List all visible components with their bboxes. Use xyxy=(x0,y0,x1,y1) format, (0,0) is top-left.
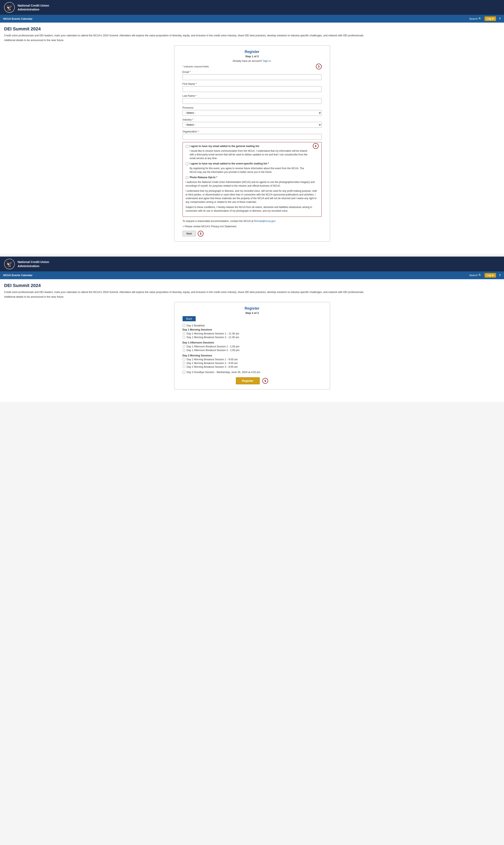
email-group: Email * xyxy=(183,71,322,80)
mailing-label: I agree to have my email added to the ge… xyxy=(190,145,259,148)
page-note: Additional details to be announced in th… xyxy=(4,39,500,42)
day2-morning-radio-3[interactable] xyxy=(183,365,185,368)
day1-afternoon-radio-1[interactable] xyxy=(183,345,185,348)
day1-afternoon-title: Day 1 Afternoon Sessions xyxy=(183,341,322,344)
day2-morning-label-2: Day 2 Morning Breakout Session 2 - 9:00 … xyxy=(187,362,238,365)
day2-breakfast-label: Day 2 Breakfast xyxy=(187,324,205,327)
annotation-4: 4 xyxy=(313,143,319,149)
firstname-label: First Name * xyxy=(183,83,322,85)
event-mailing-checkbox-row: I agree to have my email added to the ev… xyxy=(186,162,311,165)
industry-label: Industry * xyxy=(183,118,322,121)
industry-select[interactable]: - Select - xyxy=(183,122,322,128)
day1-morning-label-1: Day 1 Morning Breakout Session 1 - 11:30… xyxy=(187,332,239,335)
photo-checkbox-row: Photo Release Opt-In * xyxy=(186,176,311,179)
checkbox-section: I agree to have my email added to the ge… xyxy=(183,142,322,217)
firstname-input[interactable] xyxy=(183,86,322,92)
register-card-step2: Register Step 2 of 2 Back Day 2 Breakfas… xyxy=(174,302,330,390)
app-name-2: NCUA Events Calendar xyxy=(3,274,33,277)
lastname-group: Last Name * xyxy=(183,94,322,104)
page-title-2: DEI Summit 2024 xyxy=(4,283,500,288)
day2-morning-label-1: Day 2 Morning Breakout Session 1 - 9:00 … xyxy=(187,358,238,361)
day2-breakfast-checkbox[interactable] xyxy=(183,324,185,327)
next-button[interactable]: Next xyxy=(183,231,196,236)
day2-morning-radio-1[interactable] xyxy=(183,358,185,361)
day1-morning-session-1: Day 1 Morning Breakout Session 1 - 11:30… xyxy=(183,332,322,335)
accommodation-email[interactable]: RAmail@ncua.gov xyxy=(254,220,275,223)
photo-desc3: Subject to these conditions, I hereby re… xyxy=(186,205,319,213)
day1-afternoon-radio-2[interactable] xyxy=(183,349,185,351)
day1-morning-group: Day 1 Morning Sessions Day 1 Morning Bre… xyxy=(183,328,322,339)
email-input[interactable] xyxy=(183,74,322,80)
org-label: Organization * xyxy=(183,130,322,133)
back-button[interactable]: Back xyxy=(183,316,196,321)
day1-morning-radio-2[interactable] xyxy=(183,336,185,339)
nav-right-2: Search 🔍 Log In ? xyxy=(469,273,501,278)
photo-checkbox[interactable] xyxy=(186,176,188,179)
search-nav-2[interactable]: Search 🔍 xyxy=(469,274,482,277)
day2-morning-session-1: Day 2 Morning Breakout Session 1 - 9:00 … xyxy=(183,358,322,361)
day1-morning-radio-1[interactable] xyxy=(183,332,185,335)
pronouns-select[interactable]: - Select - xyxy=(183,110,322,116)
day2-morning-title: Day 2 Morning Sessions xyxy=(183,354,322,357)
industry-group: Industry * - Select - xyxy=(183,118,322,128)
nav-bar-2: NCUA Events Calendar Search 🔍 Log In ? xyxy=(0,271,504,279)
photo-label: Photo Release Opt-In * xyxy=(190,176,217,179)
eagle-icon-2: 🦅 xyxy=(6,260,13,267)
email-label: Email * xyxy=(183,71,322,73)
register-title-2: Register xyxy=(183,306,322,311)
day1-afternoon-session-2: Day 1 Afternoon Breakout Session 2 - 1:0… xyxy=(183,349,322,352)
help-button-2[interactable]: ? xyxy=(499,274,501,277)
annotation-5: 5 xyxy=(198,231,203,237)
event-mailing-checkbox[interactable] xyxy=(186,162,188,165)
photo-desc1: I authorize the National Credit Union Ad… xyxy=(186,180,319,188)
day2-breakfast-row: Day 2 Breakfast xyxy=(183,324,322,327)
search-icon: 🔍 xyxy=(479,17,482,20)
event-mailing-desc: By registering for this event, you agree… xyxy=(186,167,311,174)
register-button[interactable]: Register xyxy=(236,377,260,384)
search-label-2: Search xyxy=(469,274,478,277)
nav-right: Search 🔍 Log In ? xyxy=(469,16,501,21)
pronouns-label: Pronouns xyxy=(183,106,322,109)
privacy-expand[interactable]: + Please review NCUA's Privacy Act State… xyxy=(183,225,322,228)
annotation-3: 3 xyxy=(316,64,322,69)
site-header: 🦅 National Credit Union Administration xyxy=(0,0,504,15)
org-input[interactable] xyxy=(183,134,322,140)
annotation-6: 6 xyxy=(263,378,268,384)
day1-afternoon-group: Day 1 Afternoon Sessions Day 1 Afternoon… xyxy=(183,341,322,352)
accommodation-text: To request a reasonable accommodation, c… xyxy=(183,220,322,223)
step-label-2: Step 2 of 2 xyxy=(183,311,322,314)
day1-morning-session-2: Day 1 Morning Breakout Session 2 - 11:30… xyxy=(183,336,322,339)
help-button[interactable]: ? xyxy=(499,17,501,20)
sign-in-link[interactable]: Sign in. xyxy=(263,59,272,63)
required-note: * indicates required fields. xyxy=(183,65,210,68)
login-button[interactable]: Log In xyxy=(485,16,496,21)
search-nav[interactable]: Search 🔍 xyxy=(469,17,482,20)
day1-morning-title: Day 1 Morning Sessions xyxy=(183,328,322,331)
lastname-input[interactable] xyxy=(183,98,322,104)
day1-afternoon-label-1: Day 1 Afternoon Breakout Session 1 - 1:0… xyxy=(187,345,239,348)
day1-afternoon-session-1: Day 1 Afternoon Breakout Session 1 - 1:0… xyxy=(183,345,322,348)
page-content-2: DEI Summit 2024 Credit union professiona… xyxy=(0,279,504,402)
day2-morning-group: Day 2 Morning Sessions Day 2 Morning Bre… xyxy=(183,354,322,368)
account-prompt: Already have an account? Sign in. xyxy=(183,59,322,63)
firstname-group: First Name * xyxy=(183,83,322,92)
day1-morning-label-2: Day 1 Morning Breakout Session 2 - 11:30… xyxy=(187,336,239,339)
page-content: DEI Summit 2024 Credit union professiona… xyxy=(0,22,504,254)
mailing-checkbox[interactable] xyxy=(186,145,188,148)
register-center: Register 6 xyxy=(183,377,322,384)
search-icon-2: 🔍 xyxy=(479,274,482,277)
eagle-icon: 🦅 xyxy=(6,4,13,11)
day3-checkbox[interactable] xyxy=(183,371,185,374)
app-name: NCUA Events Calendar xyxy=(3,17,33,20)
org-name: National Credit Union Administration xyxy=(18,3,49,12)
page-title: DEI Summit 2024 xyxy=(4,26,500,32)
org-name-2: National Credit Union Administration xyxy=(18,260,49,268)
org-group: Organization * xyxy=(183,130,322,140)
search-label: Search xyxy=(469,17,478,20)
page-description-2: Credit union professionals and DEI leade… xyxy=(4,290,500,294)
site-header-2: 🦅 National Credit Union Administration xyxy=(0,257,504,271)
day2-morning-radio-2[interactable] xyxy=(183,362,185,364)
lastname-label: Last Name * xyxy=(183,94,322,97)
mailing-checkbox-row: I agree to have my email added to the ge… xyxy=(186,145,311,148)
login-button-2[interactable]: Log In xyxy=(485,273,496,278)
